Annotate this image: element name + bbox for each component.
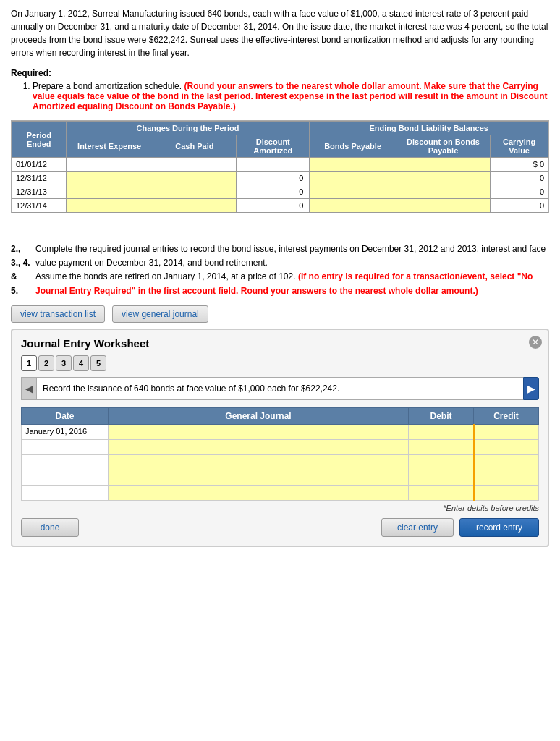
journal-account-input-3[interactable] xyxy=(109,470,409,485)
amort-cash-input-3[interactable] xyxy=(153,199,236,213)
header-changes: Changes During the Period xyxy=(66,122,310,135)
amort-interest-input-1[interactable] xyxy=(66,172,153,185)
amort-carrying-2: 0 xyxy=(491,185,548,199)
amort-disc-bonds-input-1[interactable] xyxy=(396,172,491,185)
amort-cash-input-1[interactable] xyxy=(153,172,236,185)
col-bonds-header: Bonds Payable xyxy=(310,135,396,158)
amort-disc-bonds-input-3[interactable] xyxy=(396,199,491,213)
worksheet-tab-1[interactable]: 1 xyxy=(21,355,37,371)
amort-interest-input-2[interactable] xyxy=(66,185,153,199)
journal-account-input-4[interactable] xyxy=(109,485,409,500)
journal-account-input-0[interactable] xyxy=(109,424,409,439)
col-interest-header: Interest Expense xyxy=(66,135,153,158)
view-transaction-button[interactable]: view transaction list xyxy=(11,305,105,323)
amort-carrying-3: 0 xyxy=(491,199,548,213)
journal-credit-input-2[interactable] xyxy=(474,454,539,470)
amort-cash-0 xyxy=(153,158,236,172)
section2-text2: Assume the bonds are retired on January … xyxy=(35,270,549,297)
section2-text1: Complete the required journal entries to… xyxy=(35,242,549,270)
col-cash-header: Cash Paid xyxy=(153,135,236,158)
amort-bonds-input-1[interactable] xyxy=(310,172,396,185)
amort-period-1: 12/31/12 xyxy=(12,172,67,185)
journal-debit-input-1[interactable] xyxy=(409,439,474,454)
action-buttons-row: view transaction list view general journ… xyxy=(11,305,549,323)
amort-interest-0 xyxy=(66,158,153,172)
journal-date-1 xyxy=(22,439,109,454)
journal-account-input-2[interactable] xyxy=(109,454,409,470)
journal-debit-input-0[interactable] xyxy=(409,424,474,439)
amort-period-0: 01/01/12 xyxy=(12,158,67,172)
journal-debit-input-3[interactable] xyxy=(409,470,474,485)
header-ending: Ending Bond Liability Balances xyxy=(310,122,548,135)
required-item-1: Prepare a bond amortization schedule. (R… xyxy=(33,81,549,111)
journal-date-0: January 01, 2016 xyxy=(22,424,109,439)
problem-text: On January 1, 2012, Surreal Manufacturin… xyxy=(11,7,549,59)
amortization-table: Period Ended Changes During the Period E… xyxy=(12,121,548,213)
worksheet-nav-tabs: 12345 xyxy=(21,355,539,371)
amort-discount-3: 0 xyxy=(237,199,310,213)
amort-carrying-1: 0 xyxy=(491,172,548,185)
section-2-text: 2., 3., 4. & 5. Complete the required jo… xyxy=(11,242,549,298)
view-general-journal-button[interactable]: view general journal xyxy=(112,305,208,323)
record-entry-button[interactable]: record entry xyxy=(459,518,539,537)
journal-date-4 xyxy=(22,485,109,500)
amort-bonds-input-3[interactable] xyxy=(310,199,396,213)
amort-discount-0 xyxy=(237,158,310,172)
required-label: Required: xyxy=(11,68,549,78)
journal-table: Date General Journal Debit Credit Januar… xyxy=(21,407,539,501)
amort-interest-input-3[interactable] xyxy=(66,199,153,213)
worksheet-tab-2[interactable]: 2 xyxy=(38,355,54,371)
amort-bonds-input-2[interactable] xyxy=(310,185,396,199)
worksheet-title: Journal Entry Worksheet xyxy=(21,337,539,350)
next-entry-button[interactable]: ▶ xyxy=(523,377,539,400)
instruction-text: Record the issuance of 640 bonds at face… xyxy=(37,377,523,400)
clear-entry-button[interactable]: clear entry xyxy=(381,518,454,537)
worksheet-tab-4[interactable]: 4 xyxy=(73,355,89,371)
journal-entry-worksheet: ✕ Journal Entry Worksheet 12345 ◀ Record… xyxy=(11,329,549,547)
journal-date-3 xyxy=(22,470,109,485)
req-item-1-text: Prepare a bond amortization schedule. xyxy=(33,81,184,91)
amort-cash-input-2[interactable] xyxy=(153,185,236,199)
journal-debit-input-2[interactable] xyxy=(409,454,474,470)
journal-credit-input-1[interactable] xyxy=(474,439,539,454)
bottom-buttons: done clear entry record entry xyxy=(21,518,539,537)
col-discount-bonds-header: Discount on Bonds Payable xyxy=(396,135,491,158)
close-button[interactable]: ✕ xyxy=(529,336,542,349)
amort-discount-1: 0 xyxy=(237,172,310,185)
amort-bonds-input-0[interactable] xyxy=(310,158,396,172)
problem-description: On January 1, 2012, Surreal Manufacturin… xyxy=(11,9,548,58)
col-carrying-header: Carrying Value xyxy=(491,135,548,158)
journal-credit-input-4[interactable] xyxy=(474,485,539,500)
amort-disc-bonds-input-0[interactable] xyxy=(396,158,491,172)
journal-credit-input-3[interactable] xyxy=(474,470,539,485)
worksheet-tab-5[interactable]: 5 xyxy=(90,355,106,371)
amort-period-3: 12/31/14 xyxy=(12,199,67,213)
col-debit-header: Debit xyxy=(409,407,474,424)
amort-carrying-0: $ 0 xyxy=(491,158,548,172)
journal-credit-input-0[interactable] xyxy=(474,424,539,439)
col-discount-header: Discount Amortized xyxy=(237,135,310,158)
col-date-header: Date xyxy=(22,407,109,424)
amortization-table-container: Period Ended Changes During the Period E… xyxy=(11,120,549,213)
enter-note: *Enter debits before credits xyxy=(21,504,539,512)
worksheet-tab-3[interactable]: 3 xyxy=(56,355,72,371)
done-button[interactable]: done xyxy=(21,518,79,537)
journal-debit-input-4[interactable] xyxy=(409,485,474,500)
prev-entry-button[interactable]: ◀ xyxy=(21,377,37,400)
col-credit-header: Credit xyxy=(474,407,539,424)
journal-account-input-1[interactable] xyxy=(109,439,409,454)
journal-date-2 xyxy=(22,454,109,470)
col-period-header: Period Ended xyxy=(12,122,67,158)
instruction-box: ◀ Record the issuance of 640 bonds at fa… xyxy=(21,377,539,400)
section2-red: (If no entry is required for a transacti… xyxy=(35,271,533,295)
amort-discount-2: 0 xyxy=(237,185,310,199)
amort-disc-bonds-input-2[interactable] xyxy=(396,185,491,199)
col-journal-header: General Journal xyxy=(109,407,409,424)
amort-period-2: 12/31/13 xyxy=(12,185,67,199)
